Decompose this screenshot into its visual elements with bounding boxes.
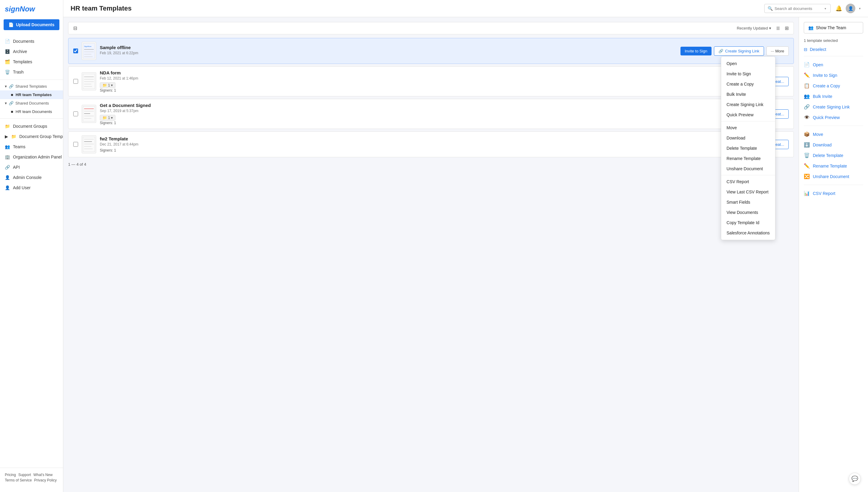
notifications-icon[interactable]: 🔔 [836, 5, 842, 12]
dropdown-rename-template[interactable]: Rename Template [721, 153, 775, 164]
sidebar-item-archive[interactable]: 🗄️ Archive [0, 46, 63, 57]
panel-action-create-signing-link[interactable]: 🔗 Create Signing Link [804, 101, 863, 112]
doc2-name: NDA form [100, 70, 723, 75]
panel-action-bulk-invite[interactable]: 👥 Bulk Invite [804, 91, 863, 101]
doc1-create-link-button[interactable]: 🔗 Create Signing Link [714, 46, 764, 56]
table-row: SignNow Sample offline Feb 19, 2021 at 6… [68, 38, 794, 64]
sidebar-item-trash[interactable]: 🗑️ Trash [0, 67, 63, 77]
dropdown-copy-template-id[interactable]: Copy Template Id [721, 218, 775, 228]
dropdown-bulk-invite[interactable]: Bulk Invite [721, 89, 775, 99]
terms-link[interactable]: Terms of Service [5, 478, 32, 482]
grid-view-button[interactable]: ⊞ [783, 25, 790, 32]
pagination: 1 — 4 of 4 [68, 161, 794, 168]
doc2-checkbox[interactable] [73, 79, 78, 84]
deselect-button[interactable]: ⊟ Deselect [804, 47, 863, 52]
panel-action-move[interactable]: 📦 Move [804, 129, 863, 140]
doc3-folder-badge[interactable]: 📁 1 ▾ [100, 115, 115, 121]
link-icon: 🔗 [719, 49, 723, 53]
sidebar-item-teams[interactable]: 👥 Teams [0, 142, 63, 152]
sidebar-item-document-group-templates[interactable]: ▶ 📁 Document Group Templates [0, 131, 63, 142]
panel-action-unshare[interactable]: 🔀 Unshare Document [804, 171, 863, 182]
dropdown-download[interactable]: Download [721, 133, 775, 143]
sidebar-item-document-groups[interactable]: 📁 Document Groups [0, 121, 63, 131]
panel-action-delete-template[interactable]: 🗑️ Delete Template [804, 150, 863, 161]
dropdown-quick-preview[interactable]: Quick Preview [721, 110, 775, 120]
doc4-checkbox[interactable] [73, 142, 78, 147]
dropdown-unshare-document[interactable]: Unshare Document [721, 164, 775, 174]
chevron-right-icon: ▶ [5, 134, 8, 139]
search-input[interactable] [775, 6, 823, 11]
sidebar-footer: Pricing Support What's New Terms of Serv… [0, 468, 63, 487]
sidebar-item-add-user[interactable]: 👤 Add User [0, 182, 63, 193]
sidebar-shared-documents-section[interactable]: ▾ 🔗 Shared Documents [0, 99, 63, 107]
dropdown-salesforce[interactable]: Salesforce Annotations [721, 228, 775, 238]
dropdown-create-copy[interactable]: Create a Copy [721, 79, 775, 89]
header: HR team Templates 🔍 ▾ 🔔 👤 ▾ [63, 0, 868, 17]
sidebar-item-api[interactable]: 🔗 API [0, 162, 63, 172]
doc3-thumbnail [82, 105, 96, 123]
dropdown-view-documents[interactable]: View Documents [721, 207, 775, 218]
sidebar-item-admin-console[interactable]: 👤 Admin Console [0, 172, 63, 182]
doc1-invite-button[interactable]: Invite to Sign [680, 47, 711, 55]
panel-action-invite-to-sign[interactable]: ✏️ Invite to Sign [804, 70, 863, 80]
shared-documents-expand-icon: ▾ [5, 101, 7, 105]
privacy-link[interactable]: Privacy Policy [34, 478, 57, 482]
dropdown-smart-fields[interactable]: Smart Fields [721, 197, 775, 207]
chat-icon: 💬 [851, 475, 858, 482]
sidebar-shared-templates-section[interactable]: ▾ 🔗 Shared Templates [0, 82, 63, 90]
dropdown-invite-to-sign[interactable]: Invite to Sign [721, 69, 775, 79]
doc4-date: Dec 21, 2017 at 6:44pm [100, 142, 723, 146]
avatar[interactable]: 👤 [846, 4, 855, 13]
panel-action-download[interactable]: ⬇️ Download [804, 140, 863, 150]
doc3-checkbox[interactable] [73, 112, 78, 116]
doc3-meta: 📁 1 ▾ [100, 115, 723, 121]
sidebar-item-org-admin[interactable]: 🏢 Organization Admin Panel [0, 152, 63, 162]
show-team-button[interactable]: 👥 Show The Team [804, 22, 863, 33]
pricing-link[interactable]: Pricing [5, 473, 16, 477]
right-panel: 👥 Show The Team 1 template selected ⊟ De… [799, 17, 868, 492]
support-link[interactable]: Support [18, 473, 31, 477]
doc2-folder-badge[interactable]: 📁 1 ▾ [100, 82, 115, 88]
panel-action-open[interactable]: 📄 Open [804, 59, 863, 70]
hr-team-documents-bullet: ■ [11, 109, 13, 114]
dropdown-move[interactable]: Move [721, 123, 775, 133]
panel-divider-2 [804, 126, 863, 126]
admin-console-icon: 👤 [5, 175, 10, 180]
doc3-info: Get a Document Signed Sep 17, 2019 at 5:… [100, 103, 723, 125]
doc1-checkbox[interactable] [73, 49, 78, 53]
sidebar-item-hr-team-templates[interactable]: ■ HR team Templates [0, 90, 63, 99]
add-user-icon: 👤 [5, 185, 10, 190]
list-toolbar: ⊟ Recently Updated ▾ ≣ ⊞ [68, 22, 794, 34]
panel-unshare-icon: 🔀 [804, 174, 810, 179]
dropdown-create-signing-link[interactable]: Create Signing Link [721, 99, 775, 110]
avatar-chevron-icon[interactable]: ▾ [859, 7, 861, 10]
sidebar-item-templates[interactable]: 🗂️ Templates [0, 57, 63, 67]
chat-bubble-button[interactable]: 💬 [849, 473, 861, 485]
panel-action-create-copy[interactable]: 📋 Create a Copy [804, 80, 863, 91]
sort-label: Recently Updated [737, 26, 768, 30]
panel-action-quick-preview[interactable]: 👁️ Quick Preview [804, 112, 863, 123]
panel-copy-icon: 📋 [804, 83, 810, 89]
sidebar-item-documents[interactable]: 📄 Documents [0, 36, 63, 46]
doc2-signers: Signers: 1 [100, 88, 723, 93]
dropdown-csv-report[interactable]: CSV Report [721, 176, 775, 187]
panel-action-csv-report[interactable]: 📊 CSV Report [804, 188, 863, 199]
collapse-button[interactable]: ⊟ [72, 25, 78, 32]
dropdown-open[interactable]: Open [721, 58, 775, 69]
panel-rename-icon: ✏️ [804, 163, 810, 169]
dropdown-delete-template[interactable]: Delete Template [721, 143, 775, 153]
doc1-date: Feb 19, 2021 at 6:22pm [100, 51, 677, 55]
doc1-more-button[interactable]: ··· More [767, 46, 789, 56]
sidebar-item-hr-team-documents[interactable]: ■ HR team Documents [0, 107, 63, 116]
whats-new-link[interactable]: What's New [33, 473, 53, 477]
doc3-date: Sep 17, 2019 at 5:37pm [100, 109, 723, 113]
search-bar[interactable]: 🔍 ▾ [764, 4, 830, 13]
dropdown-menu: Open Invite to Sign Create a Copy Bulk I… [721, 56, 775, 240]
more-dots-icon: ··· [771, 49, 774, 53]
api-icon: 🔗 [5, 165, 10, 170]
panel-action-rename-template[interactable]: ✏️ Rename Template [804, 161, 863, 171]
dropdown-view-last-csv[interactable]: View Last CSV Report [721, 187, 775, 197]
list-view-button[interactable]: ≣ [775, 25, 781, 32]
sort-button[interactable]: Recently Updated ▾ [737, 26, 771, 30]
upload-documents-button[interactable]: 📄 Upload Documents [4, 19, 60, 30]
